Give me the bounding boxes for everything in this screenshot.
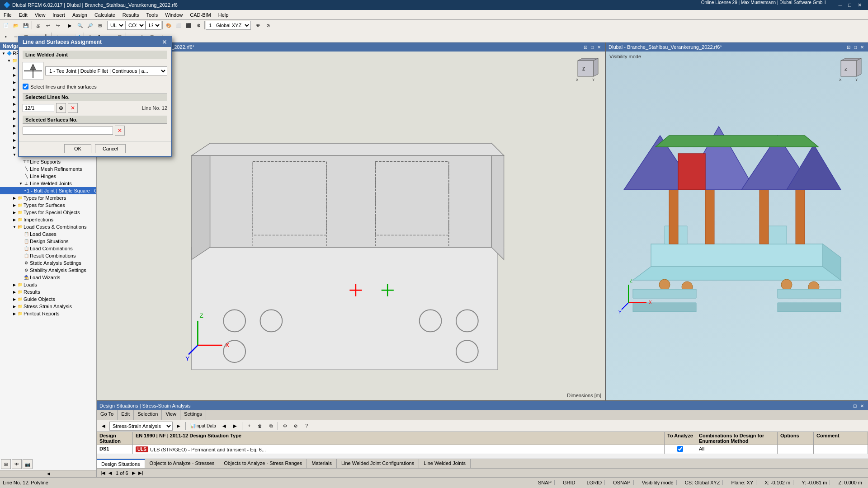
- dialog-joint-select[interactable]: 1 - Tee Joint | Double Fillet | Continuo…: [45, 66, 167, 75]
- expand-special[interactable]: ▶: [12, 138, 17, 142]
- status-snap[interactable]: SNAP: [535, 480, 555, 485]
- tab-objects-stress-ranges[interactable]: Objects to Analyze - Stress Ranges: [219, 459, 307, 468]
- toolbar-options[interactable]: ⚙: [193, 20, 203, 30]
- lines-clear-btn[interactable]: ✕: [68, 103, 78, 113]
- tree-item-static-analysis[interactable]: ⚙ Static Analysis Settings: [0, 259, 96, 267]
- expand-li[interactable]: ▶: [12, 117, 17, 121]
- bottom-tb-copy[interactable]: ⧉: [266, 421, 276, 431]
- tree-item-imperfections[interactable]: ▶ 📁 Imperfections: [0, 216, 96, 223]
- toolbar-filter[interactable]: ⊘: [263, 20, 273, 30]
- expand-se[interactable]: ▶: [12, 80, 17, 84]
- close-button[interactable]: ✕: [855, 0, 864, 10]
- tree-item-stress-strain[interactable]: ▶ 📁 Stress-Strain Analysis: [0, 303, 96, 310]
- status-osnap[interactable]: OSNAP: [610, 480, 634, 485]
- lf1-select[interactable]: LF1: [146, 21, 161, 30]
- dialog-checkbox[interactable]: [23, 84, 28, 89]
- axis-select[interactable]: 1 - Global XYZ: [206, 21, 251, 30]
- expand-dlubal[interactable]: ▼: [6, 59, 12, 63]
- menu-cad-bim[interactable]: CAD-BIM: [186, 10, 214, 19]
- view-right-close[interactable]: ✕: [859, 45, 865, 50]
- bottom-tb-settings[interactable]: ⚙: [280, 421, 290, 431]
- expand-th[interactable]: ▶: [12, 88, 17, 92]
- tree-item-line-hinges[interactable]: ╲ Line Hinges: [0, 173, 96, 180]
- tree-item-line-supports[interactable]: ⊤⊤ Line Supports: [0, 158, 96, 165]
- menu-insert[interactable]: Insert: [49, 10, 69, 19]
- nav-btn-grid[interactable]: ⊞: [1, 459, 11, 469]
- bottom-tb-filter[interactable]: ⊘: [291, 421, 301, 431]
- toolbar-visibility[interactable]: 👁: [253, 20, 263, 30]
- bottom-expand-btn[interactable]: ⊡: [852, 404, 858, 408]
- toolbar-node[interactable]: •: [1, 32, 11, 42]
- tree-item-load-combinations[interactable]: 📋 Load Combinations: [0, 245, 96, 252]
- expand-rfem[interactable]: ▼: [1, 52, 6, 56]
- menu-file[interactable]: File: [0, 10, 15, 19]
- surfaces-clear-btn[interactable]: ✕: [115, 126, 125, 136]
- view-left-restore[interactable]: ⊡: [582, 45, 589, 50]
- bottom-nav-selection[interactable]: Selection: [134, 410, 162, 420]
- tree-item-butt-joint[interactable]: • 1 - Butt Joint | Single Square | Cont: [0, 187, 96, 194]
- page-first-btn[interactable]: |◀: [99, 469, 107, 477]
- expand-types-special[interactable]: ▶: [12, 211, 17, 215]
- menu-view[interactable]: View: [31, 10, 49, 19]
- bottom-nav-edit[interactable]: Edit: [118, 410, 134, 420]
- tab-design-situations[interactable]: Design Situations: [97, 459, 145, 468]
- toolbar-redo[interactable]: ↪: [53, 20, 63, 30]
- tab-joint-configs[interactable]: Line Welded Joint Configurations: [337, 459, 419, 468]
- tab-welded-joints[interactable]: Line Welded Joints: [419, 459, 471, 468]
- toolbar-new[interactable]: 📄: [1, 20, 11, 30]
- status-grid[interactable]: GRID: [560, 480, 579, 485]
- menu-calculate[interactable]: Calculate: [91, 10, 119, 19]
- toolbar-wireframe[interactable]: ⬜: [174, 20, 184, 30]
- tree-item-design-situations[interactable]: 📋 Design Situations: [0, 238, 96, 245]
- bottom-close-btn[interactable]: ✕: [859, 404, 865, 408]
- tree-item-load-wizards[interactable]: 🧙 Load Wizards: [0, 274, 96, 281]
- toolbar-zoom-out[interactable]: 🔎: [85, 20, 95, 30]
- toolbar-zoom-in[interactable]: 🔍: [75, 20, 85, 30]
- tree-item-guide-objects[interactable]: ▶ 📁 Guide Objects: [0, 296, 96, 303]
- expand-no[interactable]: ▶: [12, 95, 17, 99]
- toolbar-open[interactable]: 📂: [11, 20, 21, 30]
- view-left-close[interactable]: ✕: [596, 45, 602, 50]
- expand-types-members[interactable]: ▶: [12, 196, 17, 200]
- bottom-tb-prev2[interactable]: ◀: [219, 421, 229, 431]
- tab-materials[interactable]: Materials: [307, 459, 337, 468]
- toolbar-print[interactable]: 🖨: [33, 20, 43, 30]
- status-visibility[interactable]: Visibility mode: [639, 480, 677, 485]
- tree-item-stability-analysis[interactable]: ⚙ Stability Analysis Settings: [0, 267, 96, 274]
- tree-item-line-mesh[interactable]: ╲ Line Mesh Refinements: [0, 165, 96, 173]
- expand-ma[interactable]: ▶: [12, 73, 17, 77]
- tree-item-printout-reports[interactable]: ▶ 📁 Printout Reports: [0, 310, 96, 317]
- dialog-close-btn[interactable]: ✕: [162, 38, 167, 46]
- lines-pick-btn[interactable]: ⊕: [56, 103, 66, 113]
- table-row-ds1[interactable]: DS1 ULS ULS (STR/GEO) - Permanent and tr…: [97, 445, 868, 454]
- tree-item-load-cases[interactable]: 📋 Load Cases: [0, 230, 96, 238]
- nav-collapse-handle[interactable]: ◀: [0, 470, 96, 477]
- bottom-tb-delete[interactable]: 🗑: [255, 421, 265, 431]
- minimize-button[interactable]: ─: [836, 0, 845, 10]
- menu-assign[interactable]: Assign: [69, 10, 91, 19]
- tree-item-loads[interactable]: ▶ 📁 Loads: [0, 281, 96, 288]
- bottom-nav-goto[interactable]: Go To: [97, 410, 118, 420]
- ds1-checkbox[interactable]: [677, 446, 683, 452]
- bottom-tb-next2[interactable]: ▶: [230, 421, 240, 431]
- expand-su[interactable]: ▶: [12, 131, 17, 135]
- menu-help[interactable]: Help: [215, 10, 232, 19]
- toolbar-zoom-all[interactable]: ⊞: [95, 20, 105, 30]
- selected-surfaces-input[interactable]: [23, 127, 113, 135]
- tree-item-results[interactable]: ▶ 📁 Results: [0, 288, 96, 296]
- bottom-tb-prev[interactable]: ◀: [99, 421, 108, 431]
- menu-results[interactable]: Results: [119, 10, 143, 19]
- selected-lines-input[interactable]: [23, 104, 54, 112]
- expand-mi[interactable]: ▶: [12, 102, 17, 106]
- page-next-btn[interactable]: ▶: [130, 469, 137, 477]
- expand-stress-strain[interactable]: ▶: [12, 305, 17, 309]
- bottom-tb-help[interactable]: ?: [302, 421, 311, 431]
- expand-types-nodes[interactable]: ▶: [12, 145, 17, 150]
- nav-btn-camera[interactable]: 📷: [23, 459, 33, 469]
- maximize-button[interactable]: □: [845, 0, 854, 10]
- tree-item-types-surfaces[interactable]: ▶ 📁 Types for Surfaces: [0, 202, 96, 209]
- menu-edit[interactable]: Edit: [15, 10, 31, 19]
- bottom-analysis-select[interactable]: Stress-Strain Analysis: [109, 422, 173, 431]
- view-right-restore[interactable]: ⊡: [845, 45, 852, 50]
- status-lgrid[interactable]: LGRID: [584, 480, 605, 485]
